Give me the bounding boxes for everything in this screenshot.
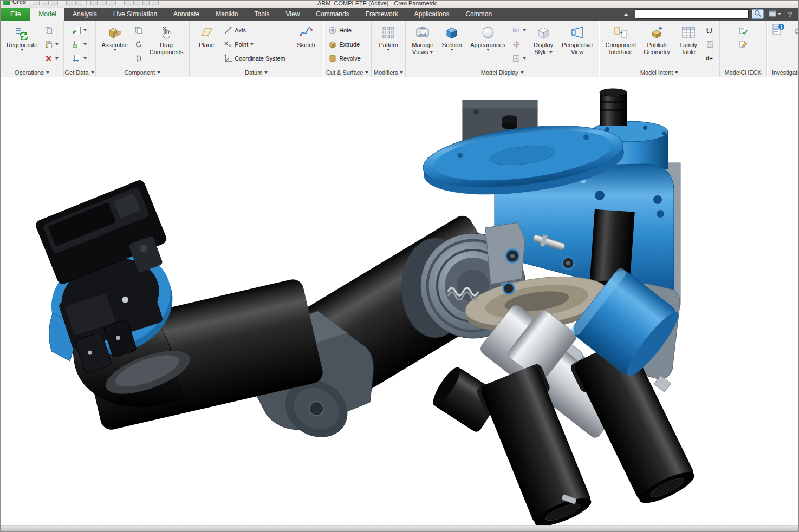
manage-views-button[interactable]: Manage Views	[408, 22, 437, 56]
delete-button[interactable]	[42, 52, 61, 64]
group-label-cut-surface[interactable]: Cut & Surface	[323, 68, 371, 77]
extrude-button[interactable]: Extrude	[326, 38, 368, 50]
hatch-icon	[706, 40, 714, 49]
group-label-text: Investigate	[772, 69, 799, 76]
modelcheck-interactive-button[interactable]	[737, 24, 750, 36]
display-style-button[interactable]: Display Style	[529, 22, 557, 56]
revolve-button[interactable]: Revolve	[326, 52, 368, 64]
collapse-ribbon-button[interactable]	[621, 11, 632, 18]
quick-access-icon[interactable]	[124, 1, 131, 5]
status-bar	[1, 525, 798, 532]
tab-tools[interactable]: Tools	[246, 8, 278, 21]
plane-button[interactable]: Plane	[192, 22, 220, 49]
publish-geometry-label-1: Publish	[647, 42, 666, 49]
relations-button[interactable]: d=	[704, 52, 717, 64]
undo-icon[interactable]	[66, 1, 73, 5]
appearances-button[interactable]: Appearances	[467, 22, 509, 51]
tab-live-simulation[interactable]: Live Simulation	[105, 8, 165, 21]
tab-applications[interactable]: Applications	[406, 8, 458, 21]
tab-analysis[interactable]: Analysis	[64, 8, 105, 21]
command-search-input[interactable]	[635, 9, 749, 19]
reference-viewer-icon	[794, 23, 799, 37]
feature-information-button[interactable]	[770, 22, 787, 38]
include-icon	[73, 54, 81, 63]
rotate-component-button[interactable]	[132, 38, 145, 50]
search-button[interactable]	[752, 9, 764, 19]
paste-button[interactable]	[42, 38, 61, 50]
group-label-modelcheck: ModelCHECK	[720, 68, 766, 77]
hole-button[interactable]: Hole	[326, 24, 368, 36]
grid-icon	[512, 54, 521, 63]
group-label-datum[interactable]: Datum	[190, 68, 323, 77]
component-interface-button[interactable]: Component Interface	[602, 22, 639, 56]
copy-button[interactable]	[42, 24, 61, 36]
mirror-component-button[interactable]	[132, 52, 145, 64]
ribbon-tab-bar: File Model Analysis Live Simulation Anno…	[1, 8, 798, 21]
modelcheck-report-button[interactable]	[737, 38, 750, 50]
model-part-top-black-cylinder[interactable]	[600, 89, 627, 126]
include-button[interactable]	[70, 52, 89, 64]
group-label-modifiers[interactable]: Modifiers	[372, 68, 405, 77]
axis-button[interactable]: Axis	[222, 24, 291, 36]
quick-access-icon[interactable]	[142, 1, 150, 5]
creo-logo-icon	[3, 1, 10, 5]
drag-components-button[interactable]: Drag Components	[146, 22, 186, 56]
redo-icon[interactable]	[75, 1, 82, 5]
regenerate-button[interactable]: Regenerate	[3, 22, 41, 51]
chevron-down-icon	[55, 57, 59, 60]
section-button[interactable]: Section	[438, 22, 466, 51]
quick-access-icon[interactable]	[133, 1, 140, 5]
perspective-view-button[interactable]: Perspective View	[558, 22, 596, 56]
plane-label: Plane	[199, 42, 214, 49]
group-label-operations[interactable]: Operations	[1, 68, 63, 77]
windows-icon[interactable]	[100, 1, 107, 5]
tab-framework[interactable]: Framework	[358, 8, 406, 21]
close-window-icon[interactable]	[109, 1, 116, 5]
group-label-component[interactable]: Component	[96, 68, 190, 77]
point-button[interactable]: Point	[222, 38, 291, 50]
grid-toggle-button[interactable]	[510, 52, 528, 64]
get-data-button[interactable]	[70, 38, 89, 50]
help-button[interactable]: ?	[786, 10, 794, 18]
group-label-get-data[interactable]: Get Data	[64, 68, 95, 77]
scene-button[interactable]	[510, 24, 528, 36]
open-file-icon[interactable]	[42, 1, 49, 5]
window-mode-button[interactable]	[767, 9, 783, 19]
tab-manikin[interactable]: Manikin	[207, 8, 246, 21]
chevron-down-icon	[83, 29, 87, 31]
chevron-down-icon	[157, 71, 160, 74]
save-icon[interactable]	[51, 1, 58, 5]
group-label-model-intent[interactable]: Model Intent	[599, 68, 719, 77]
tab-file[interactable]: File	[1, 8, 30, 21]
publish-geometry-button[interactable]: Publish Geometry	[640, 22, 673, 56]
tab-view[interactable]: View	[278, 8, 308, 21]
window-icon	[769, 10, 776, 18]
group-label-model-display[interactable]: Model Display	[406, 68, 599, 77]
chevron-up-icon	[624, 13, 628, 16]
switch-symbols-button[interactable]	[704, 38, 717, 50]
import-button[interactable]	[70, 24, 89, 36]
regenerate-quick-icon[interactable]	[90, 1, 98, 5]
pattern-button[interactable]: Pattern	[374, 22, 402, 51]
assemble-button[interactable]: Assemble	[99, 22, 131, 51]
copy-geometry-button[interactable]	[132, 24, 145, 36]
sketch-button[interactable]: Sketch	[292, 22, 320, 49]
display-style-icon	[536, 25, 550, 40]
coordinate-system-button[interactable]: Coordinate System	[222, 52, 291, 64]
spin-center-button[interactable]	[510, 38, 528, 50]
reference-viewer-button[interactable]	[791, 22, 799, 38]
new-file-icon[interactable]	[33, 1, 40, 5]
graphics-area[interactable]	[1, 77, 798, 525]
family-table-label-1: Family	[679, 42, 697, 49]
quick-access-icon[interactable]	[152, 1, 159, 5]
tab-annotate[interactable]: Annotate	[165, 8, 207, 21]
model-canvas[interactable]	[1, 77, 798, 525]
chevron-down-icon	[365, 71, 368, 74]
parameters-button[interactable]: {}	[704, 24, 717, 36]
tab-commands[interactable]: Commands	[308, 8, 357, 21]
family-table-button[interactable]: Family Table	[674, 22, 703, 56]
group-label-investigate[interactable]: Investigate	[767, 68, 799, 77]
point-label: Point	[235, 41, 248, 48]
tab-model[interactable]: Model	[30, 8, 64, 21]
tab-common[interactable]: Common	[457, 8, 500, 21]
